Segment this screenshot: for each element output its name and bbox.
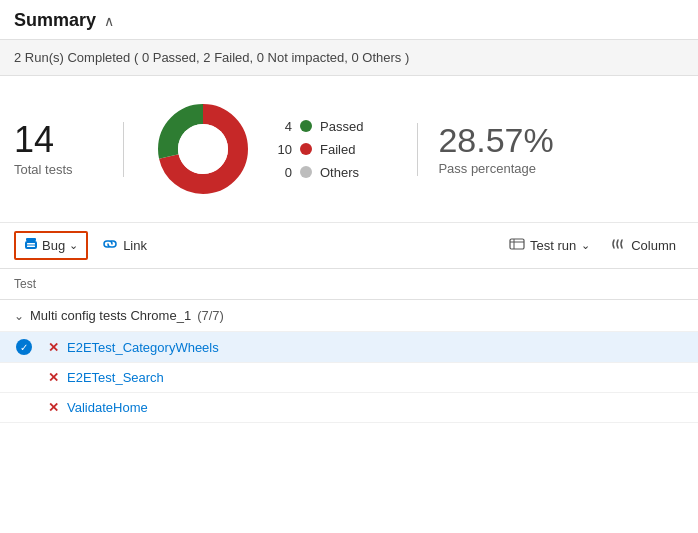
pass-percentage: 28.57% Pass percentage xyxy=(417,123,553,176)
testrun-label: Test run xyxy=(530,238,576,253)
table-header: Test xyxy=(0,269,698,300)
passed-count: 4 xyxy=(274,119,292,134)
pass-pct-number: 28.57% xyxy=(438,123,553,157)
svg-rect-4 xyxy=(510,239,524,249)
table-header-label: Test xyxy=(14,277,36,291)
fail-icon: ✕ xyxy=(48,340,59,355)
summary-header: Summary ∧ xyxy=(0,0,698,40)
others-dot xyxy=(300,166,312,178)
total-tests-label: Total tests xyxy=(14,162,73,177)
runs-banner: 2 Run(s) Completed ( 0 Passed, 2 Failed,… xyxy=(0,40,698,76)
page-title: Summary xyxy=(14,10,96,31)
testrun-icon xyxy=(509,237,525,254)
link-label: Link xyxy=(123,238,147,253)
donut-hole xyxy=(178,124,228,174)
fail-icon: ✕ xyxy=(48,400,59,415)
test-name[interactable]: ValidateHome xyxy=(67,400,148,415)
toolbar-right: Test run ⌄ Column xyxy=(501,233,684,258)
table-row[interactable]: ✕ ValidateHome xyxy=(0,393,698,423)
runs-banner-text: 2 Run(s) Completed ( 0 Passed, 2 Failed,… xyxy=(14,50,409,65)
bug-button[interactable]: Bug ⌄ xyxy=(14,231,88,260)
legend-others: 0 Others xyxy=(274,165,363,180)
legend-passed: 4 Passed xyxy=(274,119,363,134)
donut-chart-area: 4 Passed 10 Failed 0 Others xyxy=(124,94,387,204)
testrun-button[interactable]: Test run ⌄ xyxy=(501,233,598,258)
link-button[interactable]: Link xyxy=(92,233,157,258)
column-icon xyxy=(610,237,626,254)
group-row[interactable]: ⌄ Multi config tests Chrome_1 (7/7) xyxy=(0,300,698,332)
failed-label: Failed xyxy=(320,142,355,157)
svg-rect-2 xyxy=(27,243,35,245)
testrun-dropdown-icon: ⌄ xyxy=(581,239,590,252)
group-chevron-icon[interactable]: ⌄ xyxy=(14,309,24,323)
total-tests: 14 Total tests xyxy=(14,122,124,177)
group-name: Multi config tests Chrome_1 xyxy=(30,308,191,323)
table-row[interactable]: ✓ ✕ E2ETest_CategoryWheels xyxy=(0,332,698,363)
others-count: 0 xyxy=(274,165,292,180)
donut-chart xyxy=(148,94,258,204)
stats-row: 14 Total tests 4 Passed xyxy=(0,76,698,223)
bug-icon xyxy=(24,237,38,254)
svg-rect-0 xyxy=(26,238,36,241)
failed-dot xyxy=(300,143,312,155)
column-label: Column xyxy=(631,238,676,253)
test-table: Test ⌄ Multi config tests Chrome_1 (7/7)… xyxy=(0,269,698,423)
collapse-icon[interactable]: ∧ xyxy=(104,13,114,29)
checkbox-checked-icon: ✓ xyxy=(16,339,32,355)
test-name[interactable]: E2ETest_Search xyxy=(67,370,164,385)
legend-failed: 10 Failed xyxy=(274,142,363,157)
legend: 4 Passed 10 Failed 0 Others xyxy=(274,119,363,180)
link-icon xyxy=(102,237,118,254)
failed-count: 10 xyxy=(274,142,292,157)
group-count: (7/7) xyxy=(197,308,224,323)
passed-dot xyxy=(300,120,312,132)
toolbar-left: Bug ⌄ Link xyxy=(14,231,501,260)
test-name[interactable]: E2ETest_CategoryWheels xyxy=(67,340,219,355)
pass-pct-label: Pass percentage xyxy=(438,161,536,176)
table-row[interactable]: ✕ E2ETest_Search xyxy=(0,363,698,393)
toolbar: Bug ⌄ Link Test run xyxy=(0,223,698,269)
bug-dropdown-icon: ⌄ xyxy=(69,239,78,252)
checkbox-area[interactable]: ✓ xyxy=(14,339,34,355)
fail-icon: ✕ xyxy=(48,370,59,385)
total-tests-number: 14 xyxy=(14,122,54,158)
bug-label: Bug xyxy=(42,238,65,253)
others-label: Others xyxy=(320,165,359,180)
passed-label: Passed xyxy=(320,119,363,134)
column-button[interactable]: Column xyxy=(602,233,684,258)
svg-rect-3 xyxy=(27,246,35,248)
svg-rect-1 xyxy=(25,241,37,249)
